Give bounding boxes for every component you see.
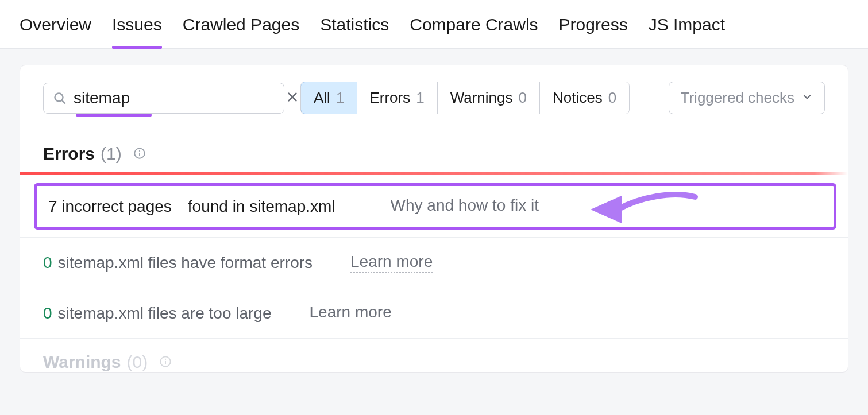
clear-search-button[interactable] (286, 91, 299, 105)
search-box[interactable] (43, 83, 284, 114)
tab-issues[interactable]: Issues (112, 15, 162, 48)
issue-row[interactable]: 0 sitemap.xml files have format errors L… (20, 238, 848, 288)
tab-overview[interactable]: Overview (20, 15, 91, 48)
tab-progress[interactable]: Progress (559, 15, 628, 48)
issue-row[interactable]: 0 sitemap.xml files are too large Learn … (20, 288, 848, 339)
tab-crawled-pages[interactable]: Crawled Pages (183, 15, 299, 48)
warnings-count: (0) (127, 352, 148, 372)
search-input[interactable] (74, 89, 279, 107)
filter-warnings[interactable]: Warnings 0 (438, 82, 540, 114)
issue-count: 7 (48, 197, 57, 215)
issue-description: found in sitemap.xml (188, 197, 335, 216)
warnings-section-header: Warnings (0) (20, 339, 848, 372)
filter-errors-count: 1 (416, 89, 424, 107)
tab-statistics[interactable]: Statistics (320, 15, 389, 48)
filter-notices-count: 0 (608, 89, 616, 107)
filter-segments: All 1 Errors 1 Warnings 0 Notices 0 (300, 82, 630, 114)
issues-panel: All 1 Errors 1 Warnings 0 Notices 0 Trig… (20, 65, 848, 373)
info-icon[interactable] (159, 355, 172, 368)
issue-link[interactable]: 7 incorrect pages (48, 197, 172, 216)
search-icon (53, 91, 67, 105)
svg-point-6 (139, 150, 140, 152)
errors-title: Errors (43, 144, 95, 164)
errors-progress-bar (20, 172, 848, 175)
errors-count: (1) (101, 144, 122, 164)
why-and-how-link[interactable]: Why and how to fix it (391, 196, 539, 216)
issue-description: sitemap.xml files are too large (58, 304, 272, 323)
dropdown-label: Triggered checks (681, 89, 794, 107)
filter-notices[interactable]: Notices 0 (540, 82, 629, 114)
filter-errors[interactable]: Errors 1 (357, 82, 437, 114)
svg-point-10 (165, 359, 166, 360)
tab-js-impact[interactable]: JS Impact (649, 15, 725, 48)
warnings-title: Warnings (43, 352, 121, 372)
issue-count: 0 (43, 304, 52, 323)
errors-section-header: Errors (1) (20, 114, 848, 172)
info-icon[interactable] (133, 147, 146, 160)
filter-errors-label: Errors (369, 89, 410, 107)
issue-description: sitemap.xml files have format errors (58, 254, 313, 272)
issue-link-text: incorrect pages (61, 197, 171, 215)
filter-notices-label: Notices (553, 89, 603, 107)
toolbar: All 1 Errors 1 Warnings 0 Notices 0 Trig… (20, 82, 848, 114)
chevron-down-icon (801, 89, 813, 107)
issue-count: 0 (43, 254, 52, 272)
top-tabs: Overview Issues Crawled Pages Statistics… (0, 0, 868, 49)
filter-all[interactable]: All 1 (300, 82, 357, 114)
filter-all-count: 1 (336, 89, 344, 107)
close-icon (286, 91, 299, 105)
filter-all-label: All (314, 89, 330, 107)
learn-more-link[interactable]: Learn more (350, 253, 433, 273)
filter-warnings-label: Warnings (450, 89, 513, 107)
triggered-checks-dropdown[interactable]: Triggered checks (669, 82, 825, 114)
tab-compare-crawls[interactable]: Compare Crawls (410, 15, 538, 48)
learn-more-link[interactable]: Learn more (310, 303, 392, 323)
filter-warnings-count: 0 (518, 89, 526, 107)
highlighted-issue: 7 incorrect pages found in sitemap.xml W… (34, 183, 836, 230)
svg-line-1 (62, 100, 65, 103)
